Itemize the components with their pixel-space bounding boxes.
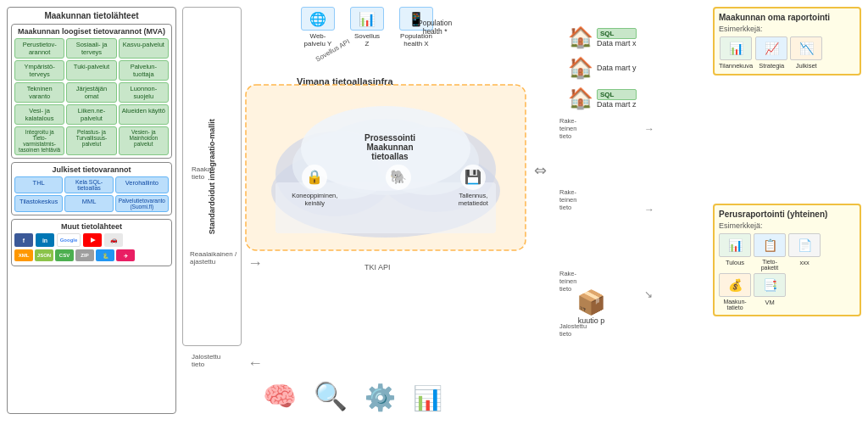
cloud-tallennus: 💾 Tallennus,metatiedot [459,165,488,207]
label-maakuntatatieto: Maakun-tatieto [723,299,746,310]
datamart-y-item: 🏠 Data mart y [568,56,661,80]
car-icon: 🚗 [104,233,123,247]
python-icon: 🐍 [96,249,114,261]
thumb-tulous: 📊 [719,233,751,257]
arrow-to-right-3: ↘ [644,288,653,300]
koneoppiminen-icon: 🔒 [302,165,327,190]
search-emoji: 🔍 [314,380,348,412]
kuutio-label: kuutio p [578,316,605,325]
left-panel: Maakunnan tietolähteet Maakunnan loogise… [7,7,176,414]
label-strategia: Strategia [759,62,784,70]
label-tulous: Tulous [726,259,744,266]
mva-item: Integroitu ja Tieto-varmistatmis-tasoine… [14,126,64,155]
mva-item: Vesi- ja kalatalous [14,104,64,125]
app-sovellus: 📊 SovellusZ [350,7,384,48]
mva-item: Kasvu-palvelut [119,38,169,59]
jalostettu-left-label: Jalostettu tieto [192,353,220,368]
rp-bottom-items-row1: 📊 Tulous 📋 Tieto-paketit 📄 xxx [719,233,855,271]
thumb-julkiset: 📉 [790,36,822,60]
cloud-labels: 🔒 Koneoppiminen,keinäly 🐘 💾 Tallennus,me… [263,165,517,207]
datamart-x-item: 🏠 SQL Data mart x [568,25,661,49]
thumb-tietopaketit: 📋 [754,233,786,257]
mva-item: Sosiaali- ja terveys [66,38,116,59]
mva-item: Järjestäjän omat [66,82,116,103]
bottom-chart-icon: 📊 [413,384,442,412]
other-box: Muut tietolähteet f in Google ▶ 🚗 XML JS… [11,219,172,266]
rp-bottom-subtitle: Esimerkkejä: [719,221,855,230]
cloud-koneoppiminen: 🔒 Koneoppiminen,keinäly [292,165,337,207]
social-row: f in Google ▶ 🚗 [14,233,169,247]
google-icon: Google [57,233,81,247]
rp-item-tulous: 📊 Tulous [719,233,751,271]
brain-emoji: 🧠 [263,380,297,412]
rakennetieto-label-3: Rake- teinen tieto [559,270,576,293]
other-title: Muut tietolähteet [14,222,169,231]
raakatieto-label: Raaka- tieto [192,165,214,181]
rakennetieto-label-2: Rake- teinen tieto [559,188,576,211]
label-tietopaketit: Tieto-paketit [761,259,779,271]
public-box: Julkiset tietovarannot THL Kela SQL-tiet… [11,162,172,215]
right-panel-bottom: Perusraportointi (yhteinen) Esimerkkejä:… [713,204,861,316]
main-container: Maakunnan tietolähteet Maakunnan loogise… [0,0,868,425]
label-julkiset: Julkiset [796,62,817,70]
cloud-elephant: 🐘 [386,165,411,207]
datamart-z-house: 🏠 [568,87,593,110]
rp-item-xxx: 📄 xxx [788,233,821,271]
arrow-to-right-2: → [644,204,654,215]
datamart-y-label-wrap: Data mart y [597,64,637,72]
public-item: Palvelutietovaranto (Suomi.fi) [115,195,169,212]
xml-icon: XML [14,249,33,261]
linkedin-icon: in [36,233,54,247]
mva-item: Vesien- ja Mainhoidon palvelut [119,126,169,155]
mva-item: Tekninen varanto [14,82,64,103]
csv-icon: CSV [55,249,74,261]
zip-icon: ZIP [75,249,94,261]
mva-item: Pelastus- ja Turvallisuus-palvelut [66,126,116,155]
public-title: Julkiset tietovarannot [14,165,169,174]
mva-item: Liiken.ne-palvelut [66,104,116,125]
arrow-jalostettu: ← [248,355,263,372]
public-item: Verohallinto [115,176,169,193]
public-item: THL [14,176,63,193]
label-vm: VM [765,299,774,306]
left-panel-title: Maakunnan tietolähteet [11,11,172,20]
mva-item: Tuki-palvelut [66,60,116,81]
mva-item: Perustietov-arannot [14,38,64,59]
tki-api-label: TKI API [364,263,391,271]
mva-item: Luonnon-suojelu [119,82,169,103]
mva-item: Ympäristö-terveys [14,60,64,81]
bottom-gear-icon: ⚙️ [364,383,396,412]
rp-item-julkiset: 📉 Julkiset [790,36,822,70]
rp-top-subtitle: Esimerkkejä: [719,25,855,33]
population-health-star-label: Population health * [418,19,452,36]
datamart-y-house: 🏠 [568,56,593,80]
bottom-icons: 🧠 🔍 ⚙️ 📊 [263,380,442,412]
datamart-x-house: 🏠 [568,25,593,49]
rp-top-items: 📊 Tilannekuva 📈 Strategia 📉 Julkiset [719,36,855,70]
youtube-icon: ▶ [83,233,102,247]
mva-box: Maakunnan loogiset tietovarannot (MVA) P… [11,24,172,159]
rp-item-strategia: 📈 Strategia [755,36,787,70]
datamart-z-item: 🏠 SQL Data mart z [568,87,661,110]
thumb-vm: 📑 [754,273,786,297]
top-apps-row: 🌐 Web-palvelu Y 📊 SovellusZ 📱 Population… [301,7,433,48]
sql-badge-x: SQL [597,28,637,39]
mva-title: Maakunnan loogiset tietovarannot (MVA) [14,27,169,36]
kuutio-icon: 📦 [576,288,606,316]
datamart-z-label: Data mart z [597,100,637,109]
bottom-brain-icon: 🧠 [263,380,297,412]
file-row: XML JSON CSV ZIP 🐍 ✈ [14,249,169,261]
public-item: MML [64,195,113,212]
arrow-to-right-1: → [644,123,654,135]
datamart-x-label: Data mart x [597,39,637,48]
sql-badge-z: SQL [597,89,637,100]
mva-item: Alueiden käyttö [119,104,169,125]
tallennus-label: Tallennus,metatiedot [459,192,488,207]
rp-item-maakuntatatieto: 💰 Maakun-tatieto [719,273,751,310]
cloud-inner-content: ProsessointiMaakunnantietoallas 🔒 Koneop… [263,89,517,250]
app-web-palvelu: 🌐 Web-palvelu Y [301,7,335,48]
thumb-strategia: 📈 [755,36,787,60]
rp-item-tietopaketit: 📋 Tieto-paketit [754,233,786,271]
kuutio-box: 📦 kuutio p [576,288,606,325]
arrow-cloud-datamart: ⇔ [534,161,547,180]
